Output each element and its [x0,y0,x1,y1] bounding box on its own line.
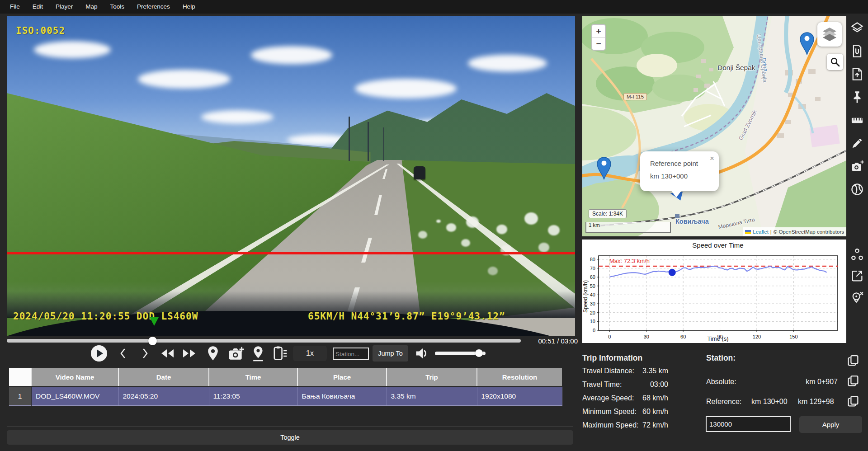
pin-tool-button[interactable] [850,90,864,104]
row-number[interactable]: 1 [9,387,31,406]
chart-ylabel: Speed (km/h) [582,280,589,313]
header-time[interactable]: Time [209,368,297,387]
table-row[interactable]: 1 DOD_LS460W.MOV 2024:05:20 11:23:05 Бањ… [9,387,562,406]
trip-time-value: 03:00 [601,381,668,389]
pin-underline-icon [251,346,265,362]
copy-icon [846,354,860,367]
iso-overlay: ISO:0052 [16,25,65,36]
speed-chart-panel: Speed over Time Time (s) Speed (km/h) 01… [582,240,846,343]
play-button[interactable] [91,345,107,362]
menu-tools[interactable]: Tools [104,0,131,14]
popup-title: Reference point [650,160,698,167]
globe-icon [850,183,864,196]
add-photo-button[interactable] [850,160,864,173]
goto-location-button[interactable] [206,346,220,362]
header-resolution[interactable]: Resolution [477,368,562,387]
cell-date[interactable]: 2024:05:20 [118,387,209,406]
menu-bar: File Edit Player Map Tools Preferences H… [0,0,868,14]
layers-control-button[interactable] [817,22,842,47]
cell-place[interactable]: Бања Ковиљача [297,387,387,406]
drop-marker-button[interactable] [251,346,265,362]
avg-speed-value: 68 km/h [601,394,668,402]
snapshot-button[interactable] [227,346,245,362]
remove-location-button[interactable] [850,290,864,304]
web-map-button[interactable] [850,183,864,196]
open-external-button[interactable] [850,269,864,282]
cell-video-name[interactable]: DOD_LS460W.MOV [31,387,118,406]
export-file-button[interactable] [850,67,864,81]
layers-icon [850,21,864,35]
volume-button[interactable] [414,346,429,361]
svg-text:80: 80 [590,257,595,262]
station-value-input[interactable] [706,416,791,432]
menu-file[interactable]: File [4,0,26,14]
svg-text:0: 0 [608,334,611,339]
svg-text:30: 30 [590,301,595,306]
header-date[interactable]: Date [118,368,209,387]
draw-tool-button[interactable] [850,136,864,150]
copy-reference-button[interactable] [846,395,860,408]
speed-chart: Speed over Time Time (s) Speed (km/h) 01… [582,240,846,343]
header-video-name[interactable]: Video Name [31,368,118,387]
cell-resolution[interactable]: 1920x1080 [477,387,562,406]
menu-map[interactable]: Map [79,0,104,14]
attach-file-button[interactable] [850,44,864,58]
seek-bar[interactable] [7,339,521,343]
svg-text:60: 60 [680,334,686,339]
leaflet-link[interactable]: Leaflet [753,227,769,236]
playback-speed-button[interactable]: 1x [293,346,327,361]
cell-time[interactable]: 11:23:05 [209,387,297,406]
menu-preferences[interactable]: Preferences [131,0,176,14]
map-zoom-control: + − [591,24,606,51]
position-marker-triangle [150,317,159,326]
table-header-row: Video Name Date Time Place Trip Resoluti… [9,368,562,387]
copy-absolute-button[interactable] [846,374,860,388]
seek-thumb[interactable] [148,337,157,345]
jump-to-button[interactable]: Jump To [373,345,408,362]
reference-label: Reference: [706,398,741,406]
menu-player[interactable]: Player [49,0,79,14]
cell-trip[interactable]: 3.35 km [387,387,477,406]
map-scale-bar: 1 km [585,222,671,233]
zoom-in-button[interactable]: + [592,25,605,38]
station-search-input[interactable] [333,348,369,360]
fast-forward-button[interactable] [181,346,198,361]
share-button[interactable] [850,248,864,261]
layers-tool-button[interactable] [850,21,864,35]
vehicle-ahead [414,166,425,179]
camera-add-icon [850,160,864,173]
pencil-icon [850,136,864,150]
apply-button[interactable]: Apply [799,416,862,433]
fast-forward-icon [181,346,198,361]
copy-icon [846,374,860,388]
volume-thumb[interactable] [475,349,483,357]
dashcam-player-app: File Edit Player Map Tools Preferences H… [0,0,868,451]
popup-close-button[interactable]: × [710,154,714,163]
max-speed-value: 72 km/h [601,421,668,429]
menu-edit[interactable]: Edit [26,0,49,14]
playlist-button[interactable] [272,346,288,361]
header-place[interactable]: Place [297,368,387,387]
svg-text:90: 90 [717,334,722,339]
divider [7,427,573,427]
video-viewport[interactable]: ISO:0052 2024/05/20 11:20:55 DOD LS460W … [7,16,575,336]
svg-text:20: 20 [590,310,595,315]
map-search-button[interactable] [827,54,843,70]
rewind-button[interactable] [159,346,175,361]
rewind-icon [159,346,175,361]
measure-tool-button[interactable] [850,113,864,127]
osm-attribution[interactable]: © OpenStreetMap contributors [774,227,844,236]
copy-icon [846,395,860,408]
open-external-icon [850,269,864,282]
station-title: Station: [706,353,736,363]
timestamp-overlay: 2024/05/20 11:20:55 DOD LS460W [13,311,198,322]
previous-frame-button[interactable] [118,346,128,361]
search-icon [830,57,840,67]
header-trip[interactable]: Trip [387,368,477,387]
menu-help[interactable]: Help [176,0,202,14]
next-frame-button[interactable] [140,346,151,361]
zoom-out-button[interactable]: − [592,38,605,50]
copy-station-button[interactable] [846,354,860,367]
toggle-button[interactable]: Toggle [7,430,573,445]
map-canvas[interactable]: Donji Šepak Drina Централна Србија Grad … [582,16,846,236]
